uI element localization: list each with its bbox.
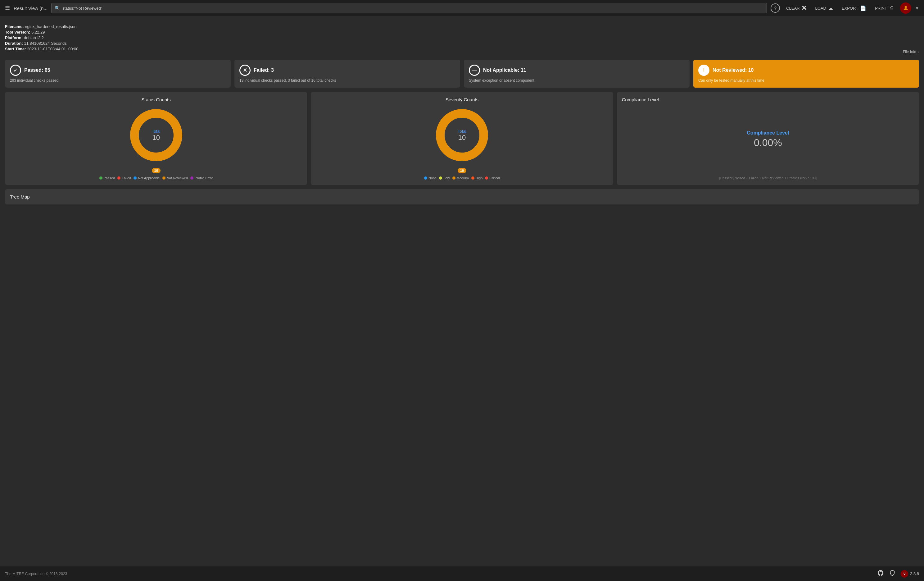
legend-critical-dot <box>485 177 488 180</box>
version-number: 2.8.8 <box>910 571 919 576</box>
legend-failed: Failed <box>117 176 131 180</box>
severity-legend: None Low Medium High Critical <box>424 176 500 180</box>
clear-button[interactable]: CLEAR 🗙 <box>784 4 809 12</box>
footer-copyright: The MITRE Corporation © 2018-2023 <box>5 572 67 576</box>
passed-card: ✓ Passed: 65 293 individual checks passe… <box>5 60 231 88</box>
compliance-formula: [Passed/(Passed + Failed + Not Reviewed … <box>719 176 817 180</box>
failed-title: Failed: 3 <box>254 68 274 73</box>
load-icon: ☁ <box>828 5 833 11</box>
severity-counts-card: Severity Counts Total 10 10 None Low <box>311 92 613 185</box>
profile-button[interactable] <box>900 2 911 14</box>
charts-row: Status Counts Total 10 10 Passed <box>5 92 919 185</box>
search-wrapper: 🔍 <box>51 3 767 13</box>
legend-not-reviewed: Not Reviewed <box>162 176 188 180</box>
duration-row: Duration: 11.841081624 Seconds <box>5 41 919 46</box>
clear-label: CLEAR <box>786 6 800 11</box>
legend-low-label: Low <box>443 176 450 180</box>
hamburger-icon[interactable]: ☰ <box>5 5 10 12</box>
help-button[interactable]: ? <box>771 3 780 13</box>
status-counts-card: Status Counts Total 10 10 Passed <box>5 92 307 185</box>
legend-failed-label: Failed <box>122 176 131 180</box>
tool-version-value: 5.22.29 <box>31 30 45 35</box>
shield-icon[interactable] <box>889 569 896 578</box>
main-content: Filename: nginx_hardened_results.json To… <box>0 16 924 566</box>
legend-not-applicable-label: Not Applicable <box>138 176 160 180</box>
start-time-label: Start Time: <box>5 46 26 51</box>
tool-version-label: Tool Version: <box>5 30 30 35</box>
legend-profile-error: Profile Error <box>190 176 213 180</box>
passed-icon: ✓ <box>10 65 21 76</box>
status-total-label: Total <box>152 129 160 134</box>
not-reviewed-card-header: ! Not Reviewed: 10 <box>698 65 914 76</box>
not-applicable-card-header: — Not Applicable: 11 <box>469 65 685 76</box>
severity-donut-center: Total 10 <box>458 129 466 142</box>
print-button[interactable]: PRINT 🖨 <box>873 4 896 12</box>
not-reviewed-title: Not Reviewed: 10 <box>713 68 754 73</box>
status-legend: Passed Failed Not Applicable Not Reviewe… <box>99 176 213 180</box>
filename-value: nginx_hardened_results.json <box>25 24 76 29</box>
not-reviewed-icon: ! <box>698 65 710 76</box>
failed-subtitle: 13 individual checks passed, 3 failed ou… <box>239 78 455 83</box>
legend-none-dot <box>424 177 427 180</box>
load-label: LOAD <box>815 6 826 11</box>
not-reviewed-subtitle: Can only be tested manually at this time <box>698 78 914 83</box>
version-badge: V <box>901 570 908 578</box>
filename-label: Filename: <box>5 24 24 29</box>
duration-value: 11.841081624 Seconds <box>24 41 66 46</box>
tool-version-row: Tool Version: 5.22.29 <box>5 30 919 35</box>
compliance-label: Compliance Level <box>747 130 789 136</box>
legend-not-applicable: Not Applicable <box>134 176 160 180</box>
legend-not-reviewed-label: Not Reviewed <box>167 176 188 180</box>
svg-point-0 <box>905 6 907 8</box>
legend-profile-error-dot <box>190 177 193 180</box>
legend-not-reviewed-dot <box>162 177 165 180</box>
footer: The MITRE Corporation © 2018-2023 V 2.8.… <box>0 566 924 581</box>
compliance-card-title: Compliance Level <box>622 97 659 102</box>
not-applicable-title: Not Applicable: 11 <box>483 68 526 73</box>
file-info-section: Filename: nginx_hardened_results.json To… <box>5 21 919 55</box>
severity-badge: 10 <box>458 168 466 173</box>
legend-high: High <box>471 176 483 180</box>
failed-card: ✕ Failed: 3 13 individual checks passed,… <box>234 60 460 88</box>
profile-dropdown-icon[interactable]: ▼ <box>915 6 919 11</box>
legend-critical: Critical <box>485 176 500 180</box>
legend-not-applicable-dot <box>134 177 137 180</box>
start-time-row: Start Time: 2023-11-01T03:44:01+00:00 <box>5 46 919 51</box>
file-info-link[interactable]: File Info ↓ <box>903 50 919 54</box>
load-button[interactable]: LOAD ☁ <box>813 4 835 12</box>
print-label: PRINT <box>875 6 887 11</box>
platform-row: Platform: debian12.2 <box>5 35 919 40</box>
status-donut-center: Total 10 <box>152 129 160 142</box>
export-label: EXPORT <box>842 6 858 11</box>
status-badge: 10 <box>152 168 160 173</box>
filename-row: Filename: nginx_hardened_results.json <box>5 24 919 29</box>
export-button[interactable]: EXPORT 📄 <box>839 4 869 12</box>
legend-failed-dot <box>117 177 120 180</box>
passed-card-header: ✓ Passed: 65 <box>10 65 226 76</box>
failed-icon: ✕ <box>239 65 251 76</box>
status-counts-title: Status Counts <box>142 97 171 102</box>
search-input[interactable] <box>63 6 764 11</box>
platform-label: Platform: <box>5 35 23 40</box>
not-reviewed-card: ! Not Reviewed: 10 Can only be tested ma… <box>693 60 919 88</box>
legend-high-label: High <box>476 176 483 180</box>
treemap-section: Tree Map <box>5 189 919 204</box>
app-title: Result View (n... <box>14 6 48 11</box>
passed-title: Passed: 65 <box>24 68 50 73</box>
legend-low-dot <box>439 177 442 180</box>
failed-card-header: ✕ Failed: 3 <box>239 65 455 76</box>
duration-label: Duration: <box>5 41 23 46</box>
search-icon: 🔍 <box>54 6 60 11</box>
not-applicable-icon: — <box>469 65 480 76</box>
platform-value: debian12.2 <box>24 35 44 40</box>
start-time-value: 2023-11-01T03:44:01+00:00 <box>27 46 78 51</box>
github-icon[interactable] <box>877 569 884 578</box>
compliance-card: Compliance Level Compliance Level 0.00% … <box>617 92 919 185</box>
topnav: ☰ Result View (n... 🔍 ? CLEAR 🗙 LOAD ☁ E… <box>0 0 924 16</box>
legend-passed-dot <box>99 177 102 180</box>
compliance-center: Compliance Level 0.00% <box>622 115 914 176</box>
status-donut: Total 10 <box>128 107 184 163</box>
footer-version: V 2.8.8 <box>901 570 919 578</box>
footer-right: V 2.8.8 <box>877 569 919 578</box>
legend-passed-label: Passed <box>104 176 115 180</box>
